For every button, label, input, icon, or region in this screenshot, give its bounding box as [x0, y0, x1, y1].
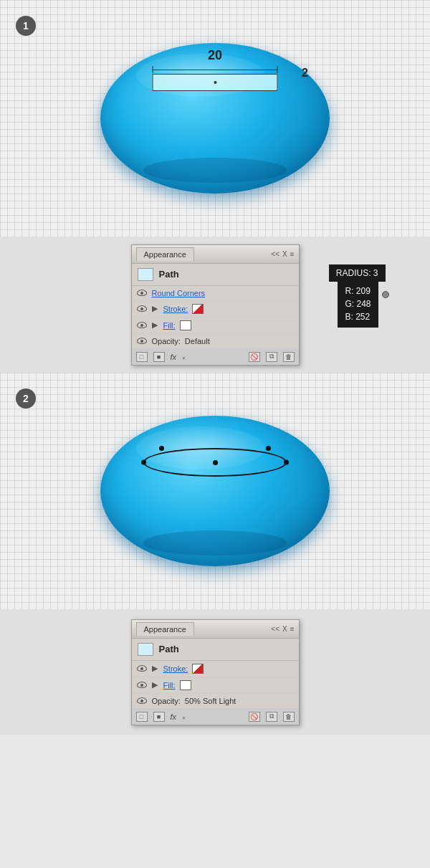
panel-row-fill-1: ▶ Fill: [132, 318, 299, 334]
measure-line [153, 70, 278, 70]
eye-icon-1 [136, 289, 148, 297]
measure-label: 20 [208, 48, 222, 63]
arrow-fill-2[interactable]: ▶ [152, 680, 159, 690]
fx-subscript-1: ₓ [182, 352, 186, 361]
appearance-panel-1: Appearance << X ≡ Path Round C [131, 244, 300, 366]
panel-wrapper-1: Appearance << X ≡ Path Round C [131, 244, 300, 366]
eye-pupil-fill-2 [140, 684, 143, 687]
number-right: 2 [302, 67, 308, 80]
footer-new-icon-1[interactable]: ⧉ [266, 352, 277, 362]
eye-icon-stroke-1 [136, 305, 148, 313]
footer-fill-icon-2[interactable]: ■ [153, 712, 165, 722]
panel-controls-1: << X ≡ [271, 250, 294, 258]
opacity-label-2: Opacity: [152, 697, 181, 705]
footer-no-icon-2[interactable]: 🚫 [249, 712, 260, 722]
panel-row-round-corners: Round Corners [132, 286, 299, 301]
measure-value: 20 [208, 48, 222, 63]
eye-pupil-opacity-1 [140, 340, 143, 343]
panel-header-row-2: Path [132, 639, 299, 661]
eye-shape-opacity-2 [137, 697, 147, 704]
stroke-swatch-1[interactable] [192, 304, 204, 314]
path-title-2: Path [159, 644, 179, 654]
eye-icon-fill-1 [136, 321, 148, 330]
double-arrow-icon: << [271, 250, 280, 258]
handle-left [141, 460, 146, 465]
stroke-label-2[interactable]: Stroke: [163, 664, 188, 673]
eye-pupil-fill-1 [140, 324, 143, 327]
footer-no-icon-1[interactable]: 🚫 [249, 352, 260, 362]
section-1: 1 20 2 [0, 0, 430, 237]
handle-top-left [159, 446, 164, 451]
fx-subscript-2: ₓ [182, 712, 186, 721]
appearance-panel-2: Appearance << X ≡ Path ▶ [131, 619, 300, 725]
close-icon[interactable]: X [282, 250, 287, 258]
opacity-value-1[interactable]: Default [185, 337, 210, 345]
fill-swatch-2[interactable] [180, 680, 191, 690]
eye-icon-opacity-2 [136, 697, 148, 705]
panel-section-1: Appearance << X ≡ Path Round C [0, 237, 430, 373]
rect-on-oval [153, 74, 278, 91]
panel-footer-2: □ ■ fx ₓ 🚫 ⧉ 🗑 [132, 709, 299, 725]
eye-pupil-opacity-2 [140, 700, 143, 702]
radius-tooltip: RADIUS: 3 [329, 264, 386, 282]
stroke-swatch-2[interactable] [192, 664, 204, 674]
eye-shape-stroke-1 [137, 305, 147, 312]
fx-label-1[interactable]: fx [171, 353, 177, 361]
panel-row-fill-2: ▶ Fill: [132, 677, 299, 694]
fill-label-2[interactable]: Fill: [163, 681, 176, 690]
eye-pupil [140, 292, 143, 295]
eye-shape [137, 290, 147, 296]
close-icon-2[interactable]: X [282, 625, 287, 633]
path-preview-1 [138, 268, 153, 281]
double-arrow-icon-2: << [271, 625, 280, 633]
footer-fill-icon-1[interactable]: ■ [153, 352, 165, 362]
path-title-1: Path [159, 269, 179, 280]
fill-label-1[interactable]: Fill: [163, 321, 176, 330]
panel-row-stroke-1: ▶ Stroke: [132, 301, 299, 318]
arrow-stroke-2[interactable]: ▶ [152, 664, 159, 673]
footer-rect-icon-2[interactable]: □ [136, 712, 148, 722]
stroke-label-1[interactable]: Stroke: [163, 305, 188, 313]
path-preview-2 [138, 643, 153, 656]
panel-tab-1[interactable]: Appearance [136, 247, 194, 261]
arrow-stroke-1[interactable]: ▶ [152, 304, 159, 313]
footer-new-icon-2[interactable]: ⧉ [266, 712, 277, 722]
section-2: 2 [0, 373, 430, 609]
color-g: G: 248 [345, 297, 371, 310]
fx-label-2[interactable]: fx [171, 712, 177, 721]
handle-center [213, 460, 218, 465]
opacity-label-1: Opacity: [152, 337, 181, 345]
connector-dot [382, 291, 389, 298]
panel-controls-2: << X ≡ [271, 625, 294, 633]
eye-shape-stroke-2 [137, 665, 147, 672]
step-badge-1: 1 [16, 16, 36, 36]
panel-tab-2[interactable]: Appearance [136, 622, 194, 636]
eye-icon-opacity-1 [136, 337, 148, 345]
arrow-fill-1[interactable]: ▶ [152, 320, 159, 330]
panel-section-2: Appearance << X ≡ Path ▶ [0, 609, 430, 735]
oval-container-2 [93, 405, 337, 577]
eye-shape-opacity-1 [137, 338, 147, 344]
ellipse-on-oval [143, 448, 287, 477]
color-r: R: 209 [345, 285, 371, 297]
oval-shape-1 [100, 43, 330, 194]
panel-row-stroke-2: ▶ Stroke: [132, 661, 299, 677]
panel-header-row-1: Path [132, 264, 299, 286]
oval-shape-2 [100, 416, 330, 566]
rect-center-dot [214, 81, 216, 84]
panel-wrapper-2: Appearance << X ≡ Path ▶ [131, 619, 300, 725]
eye-icon-fill-2 [136, 681, 148, 690]
menu-icon-2[interactable]: ≡ [290, 625, 295, 633]
menu-icon[interactable]: ≡ [290, 250, 295, 258]
footer-delete-icon-1[interactable]: 🗑 [283, 352, 295, 362]
footer-delete-icon-2[interactable]: 🗑 [283, 712, 295, 722]
opacity-value-2[interactable]: 50% Soft Light [185, 697, 236, 705]
footer-rect-icon-1[interactable]: □ [136, 352, 148, 362]
round-corners-link[interactable]: Round Corners [152, 289, 206, 297]
color-b: B: 252 [345, 310, 371, 323]
panel-row-opacity-1: Opacity: Default [132, 334, 299, 349]
radius-tooltip-text: RADIUS: 3 [336, 268, 378, 278]
eye-pupil-stroke-1 [140, 307, 143, 310]
fill-swatch-1[interactable] [180, 320, 191, 330]
eye-shape-fill-1 [137, 322, 147, 328]
